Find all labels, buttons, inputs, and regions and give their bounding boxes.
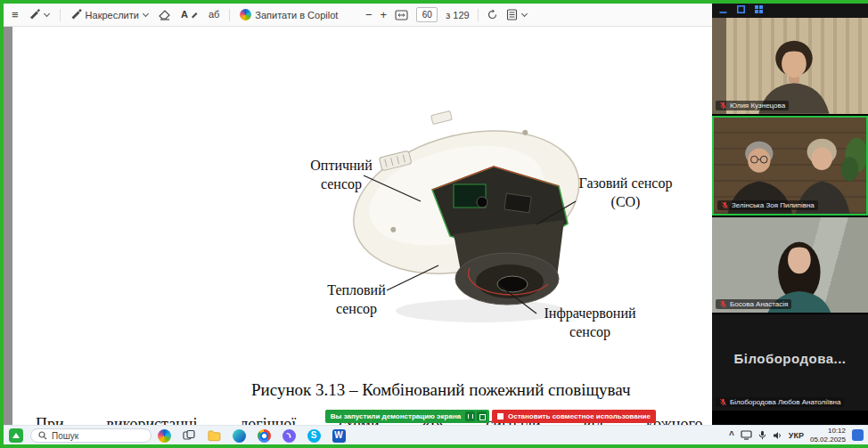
video-tile-2-active-speaker[interactable]: Зелінська Зоя Пилипівна bbox=[712, 116, 868, 216]
chevron-down-icon bbox=[44, 12, 50, 18]
ask-copilot-button[interactable]: Запитати в Copilot bbox=[240, 9, 338, 20]
date-label: 05.02.2025 bbox=[810, 436, 846, 444]
clock[interactable]: 10:12 05.02.2025 bbox=[810, 427, 846, 443]
participant-name: Білобородова Любов Анатоліївна bbox=[730, 398, 840, 406]
display-icon[interactable] bbox=[741, 430, 752, 440]
chevron-down-icon bbox=[521, 12, 528, 18]
zoom-out-button[interactable]: − bbox=[365, 9, 373, 20]
mic-icon[interactable] bbox=[758, 430, 766, 440]
read-aloud-icon: аб bbox=[209, 10, 219, 20]
video-tile-4[interactable]: Білобородова... Білобородова Любов Анато… bbox=[712, 314, 868, 411]
label-infrared-sensor: Інфрачервоний сенсор bbox=[533, 305, 647, 342]
highlighter-tool-button[interactable] bbox=[29, 9, 50, 20]
task-view-glyph bbox=[183, 429, 195, 442]
skype-icon[interactable]: S bbox=[307, 428, 321, 443]
zoom-in-button[interactable]: + bbox=[381, 9, 388, 20]
skype-glyph: S bbox=[307, 429, 321, 443]
pause-share-button[interactable] bbox=[465, 411, 475, 421]
label-gas-sensor: Газовий сенсор (СО) bbox=[569, 175, 683, 212]
conference-panel: Юлия Кузнецова bbox=[712, 0, 868, 425]
share-border-bottom bbox=[0, 444, 868, 448]
share-border-left bbox=[0, 0, 4, 448]
share-border-top bbox=[0, 0, 868, 4]
copilot-icon bbox=[240, 9, 251, 20]
rotate-button[interactable] bbox=[487, 9, 498, 20]
tray-expand-icon[interactable]: ^ bbox=[729, 430, 734, 440]
search-placeholder: Пошук bbox=[52, 431, 78, 441]
fit-width-icon bbox=[395, 10, 408, 20]
system-tray: ^ УКР 10:12 05.02.2025 bbox=[729, 426, 864, 444]
task-view-icon[interactable] bbox=[182, 428, 196, 443]
chrome-glyph bbox=[258, 429, 271, 443]
menu-icon[interactable]: ≡ bbox=[12, 9, 19, 20]
participant-name: Босова Анастасія bbox=[730, 300, 788, 308]
chrome-icon[interactable] bbox=[257, 428, 271, 443]
eraser-icon bbox=[159, 10, 171, 20]
restore-window-icon[interactable] bbox=[736, 4, 746, 14]
small-pencil-icon bbox=[192, 12, 199, 19]
chevron-down-icon bbox=[143, 12, 149, 18]
participant-placeholder-name: Білобородова... bbox=[712, 351, 868, 366]
fit-width-button[interactable] bbox=[395, 10, 408, 20]
copilot-taskbar-icon[interactable] bbox=[157, 428, 171, 443]
draw-tool-label: Накреслити bbox=[86, 10, 139, 20]
muted-mic-icon bbox=[719, 102, 727, 110]
ask-copilot-label: Запитати в Copilot bbox=[255, 10, 338, 20]
participant-name: Юлия Кузнецова bbox=[730, 102, 785, 110]
muted-mic-icon bbox=[719, 300, 727, 308]
participant-name-tag: Зелінська Зоя Пилипівна bbox=[717, 200, 818, 210]
taskbar: Пошук S W ^ УКР bbox=[4, 425, 868, 444]
participant-video bbox=[712, 18, 868, 114]
word-glyph: W bbox=[332, 429, 346, 443]
participant-name-tag: Білобородова Любов Анатоліївна bbox=[716, 397, 844, 407]
page-total-label: з 129 bbox=[446, 10, 469, 20]
eraser-button[interactable] bbox=[159, 10, 171, 20]
pen-icon bbox=[29, 9, 40, 20]
label-optical-sensor: Оптичний сенсор bbox=[303, 157, 380, 194]
viber-icon[interactable] bbox=[282, 428, 296, 443]
language-indicator[interactable]: УКР bbox=[789, 431, 804, 440]
participant-video bbox=[714, 118, 866, 214]
taskbar-app-icons: S W bbox=[157, 428, 346, 443]
gallery-view-icon[interactable] bbox=[754, 4, 764, 14]
video-tile-1[interactable]: Юлия Кузнецова bbox=[712, 18, 868, 114]
participant-name: Зелінська Зоя Пилипівна bbox=[732, 201, 815, 209]
viber-glyph bbox=[283, 429, 296, 443]
draw-pen-icon bbox=[70, 9, 82, 20]
notification-icon[interactable] bbox=[852, 429, 864, 441]
page-view-button[interactable] bbox=[506, 9, 528, 20]
time-label: 10:12 bbox=[828, 427, 846, 435]
participant-tiles: Юлия Кузнецова bbox=[712, 18, 868, 425]
file-explorer-icon[interactable] bbox=[207, 428, 221, 443]
edge-glyph bbox=[233, 429, 246, 443]
toolbar-separator bbox=[229, 9, 230, 21]
folder-glyph bbox=[208, 430, 221, 442]
edge-icon[interactable] bbox=[232, 428, 246, 443]
toolbar-separator bbox=[478, 9, 479, 21]
muted-mic-icon bbox=[721, 201, 729, 209]
video-tile-3[interactable]: Босова Анастасія bbox=[712, 217, 868, 314]
label-thermal-sensor: Тепловий сенсор bbox=[314, 281, 399, 319]
page-number-input[interactable] bbox=[416, 7, 438, 22]
search-icon bbox=[38, 431, 47, 440]
participant-name-tag: Босова Анастасія bbox=[716, 299, 791, 309]
screenshare-banner: Вы запустили демонстрацию экрана bbox=[325, 410, 489, 423]
figure-caption: Рисунок 3.13 – Комбінований пожежний спо… bbox=[251, 380, 631, 400]
draw-tool-button[interactable]: Накреслити bbox=[70, 9, 149, 20]
muted-mic-icon bbox=[719, 398, 727, 406]
minimize-icon[interactable] bbox=[718, 4, 728, 14]
stop-icon bbox=[497, 413, 504, 419]
taskbar-search[interactable]: Пошук bbox=[30, 428, 151, 443]
speaker-icon[interactable] bbox=[773, 431, 782, 440]
word-icon[interactable]: W bbox=[332, 428, 346, 443]
share-options-button[interactable] bbox=[477, 411, 487, 421]
rotate-icon bbox=[487, 9, 498, 20]
add-text-button[interactable]: A bbox=[181, 10, 199, 20]
shared-desktop: ≡ Накреслити A аб bbox=[0, 0, 868, 448]
copilot-icon bbox=[158, 429, 171, 443]
read-aloud-button[interactable]: аб bbox=[209, 10, 219, 20]
stop-sharing-label: Остановить совместное использование bbox=[508, 412, 651, 420]
annotation-app-icon[interactable] bbox=[9, 428, 23, 443]
stop-sharing-button[interactable]: Остановить совместное использование bbox=[492, 410, 656, 423]
participant-name-tag: Юлия Кузнецова bbox=[716, 101, 789, 110]
